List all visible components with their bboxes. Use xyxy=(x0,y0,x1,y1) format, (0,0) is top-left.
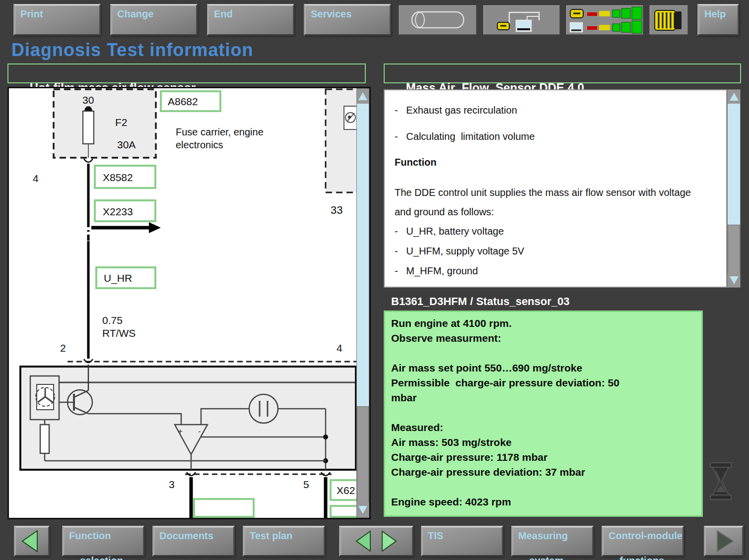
tube-icon-button[interactable] xyxy=(399,5,477,35)
status-measurement-box: Run engine at 4100 rpm. Observe measurme… xyxy=(384,311,703,517)
fuse-carrier-desc-line1: Fuse carrier, engine xyxy=(176,126,264,137)
function-selection-label-line1: Function xyxy=(69,530,111,541)
diagram-scroll-down-button[interactable] xyxy=(357,502,369,517)
documents-button[interactable]: Documents xyxy=(152,526,235,557)
info-scroll-up-button[interactable] xyxy=(728,90,740,104)
application-window: Print Change End Services xyxy=(0,0,749,560)
pin-4-left-label: 4 xyxy=(33,173,39,184)
tube-icon xyxy=(399,5,476,34)
scroll-down-icon xyxy=(730,276,739,284)
print-button[interactable]: Print xyxy=(13,4,101,36)
services-button-label: Services xyxy=(311,8,351,20)
arrow-left-icon xyxy=(15,527,48,555)
nav-forward-button[interactable] xyxy=(704,526,744,557)
measuring-system-label-line2: system xyxy=(529,555,563,560)
wire-size-label: 0.75 xyxy=(102,314,123,326)
connector-hook-pin5 xyxy=(321,472,330,476)
info-panel: - Exhaust gas recirculation - Calculatin… xyxy=(384,89,727,288)
wire-color-label: RT/WS xyxy=(102,327,136,339)
status-line xyxy=(391,405,695,420)
opamp-plus-label: + xyxy=(178,427,183,436)
status-line: Run engine at 4100 rpm. xyxy=(391,316,695,331)
info-line: - Exhaust gas recirculation xyxy=(395,105,726,115)
connector-status-icon-button[interactable] xyxy=(566,5,643,35)
nav-back-button[interactable] xyxy=(14,526,50,557)
scroll-up-icon xyxy=(358,92,367,100)
nav-prev-next-button[interactable] xyxy=(339,526,413,557)
info-line: - U_HR, battery voltage xyxy=(395,226,726,236)
fuse-carrier-box xyxy=(54,89,156,158)
control-module-functions-button[interactable]: Control-module functions xyxy=(602,526,684,557)
info-line: The DDE control unit supplies the mass a… xyxy=(395,187,726,197)
services-button[interactable]: Services xyxy=(304,4,391,36)
info-scroll-down-button[interactable] xyxy=(728,273,740,287)
test-plan-button-label: Test plan xyxy=(250,530,292,542)
tis-button[interactable]: TIS xyxy=(421,526,503,557)
help-button[interactable]: Help xyxy=(697,4,739,36)
plug-connector-icon xyxy=(650,5,687,34)
status-line: Engine speed: 4023 rpm xyxy=(391,495,695,509)
change-button[interactable]: Change xyxy=(110,4,198,36)
diagram-scrollbar[interactable] xyxy=(356,88,369,518)
status-line: Measured: xyxy=(391,420,695,435)
connector-x8582-label: X8582 xyxy=(103,172,133,183)
function-selection-button[interactable]: Function selection xyxy=(62,526,144,557)
hourglass-icon xyxy=(706,461,736,503)
test-plan-button[interactable]: Test plan xyxy=(243,526,325,557)
pin-2-label: 2 xyxy=(60,342,66,354)
pin-5-label: 5 xyxy=(303,479,309,490)
status-line: Air mass set point 550…690 mg/stroke xyxy=(391,361,695,375)
arrow-right-dark-icon xyxy=(705,527,742,555)
info-line: - U_HFM, supply voltage 5V xyxy=(395,246,726,256)
connector-status-icon xyxy=(566,5,643,34)
status-line: mbar xyxy=(391,390,695,405)
connector-hook-pin3 xyxy=(187,472,196,476)
change-button-label: Change xyxy=(117,8,153,20)
info-scrollbar[interactable] xyxy=(727,89,741,288)
fuse-name-label: F2 xyxy=(115,117,128,128)
diagram-scroll-up-button[interactable] xyxy=(357,89,369,104)
fuse-carrier-code-label: A8682 xyxy=(168,96,198,107)
pin-33-label: 33 xyxy=(331,204,342,216)
opamp-minus-label: - xyxy=(198,427,201,436)
status-header: B1361_D3HFM / Status_sensor_03 xyxy=(391,295,709,308)
fuse-carrier-desc-line2: electronics xyxy=(176,139,223,150)
documents-button-label: Documents xyxy=(159,530,213,542)
connector-x62-label: X62 xyxy=(337,485,355,496)
pin-3-label: 3 xyxy=(169,479,175,490)
signal-u-hr-label: U_HR xyxy=(104,272,132,284)
wiring-diagram-panel: 33 30 F2 30A A8682 Fuse carrier, engine … xyxy=(7,87,371,519)
info-line-function: Function xyxy=(395,157,726,167)
arrow-left-right-icon xyxy=(340,527,412,555)
plug-connector-icon-button[interactable] xyxy=(649,5,688,35)
left-panel-header: Hot-film mass air flow sensor xyxy=(7,63,366,83)
connector-screen-icon-button[interactable] xyxy=(483,5,560,35)
end-button[interactable]: End xyxy=(207,4,294,36)
status-line xyxy=(391,480,695,495)
right-panel-header: Mass Air Flow Sensor DDE 4.0 xyxy=(384,63,741,83)
pin-4-right-label: 4 xyxy=(337,342,342,354)
info-line: - M_HFM, ground xyxy=(395,266,726,276)
control-module-label-line1: Control-module xyxy=(609,530,682,541)
wiring-diagram: 33 30 F2 30A A8682 Fuse carrier, engine … xyxy=(9,88,369,518)
info-scrollbar-thumb[interactable] xyxy=(728,225,740,274)
terminal-30-label: 30 xyxy=(82,94,94,106)
status-line: Permissible charge-air pressure deviatio… xyxy=(391,375,695,390)
status-line: Charge-air pressure deviation: 37 mbar xyxy=(391,465,695,480)
page-title: Diagnosis Test information xyxy=(11,40,253,61)
status-line xyxy=(391,346,695,361)
connector-x2233-label: X2233 xyxy=(103,206,133,217)
fuse-rating-label: 30A xyxy=(117,139,136,150)
control-module-label-line2: functions xyxy=(619,555,664,560)
sensor-internal-schematic xyxy=(20,365,356,470)
tis-button-label: TIS xyxy=(428,530,443,542)
status-line: Air mass: 503 mg/stroke xyxy=(391,435,695,450)
status-line: Observe measurment: xyxy=(391,331,695,346)
scroll-up-icon xyxy=(730,93,739,101)
measuring-system-label-line1: Measuring xyxy=(518,530,568,541)
function-selection-label-line2: selection xyxy=(80,555,123,560)
diagram-scrollbar-thumb[interactable] xyxy=(357,406,369,503)
measuring-system-button[interactable]: Measuring system xyxy=(511,526,594,557)
end-button-label: End xyxy=(214,8,233,20)
help-button-label: Help xyxy=(704,8,726,20)
